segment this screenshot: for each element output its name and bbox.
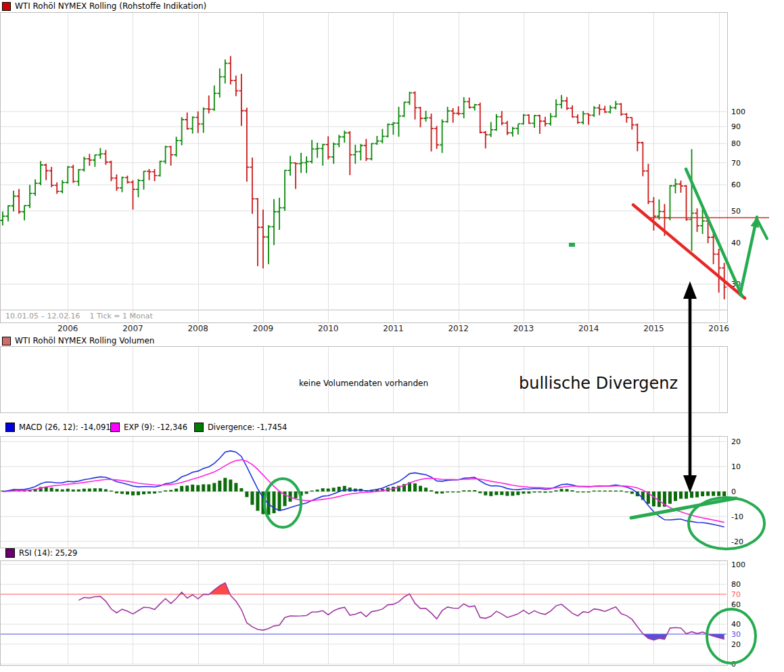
price-tick-label: 50 — [731, 207, 741, 216]
year-label: 2014 — [578, 324, 599, 333]
price-chart-title: WTI Rohöl NYMEX Rolling (Rohstoffe Indik… — [15, 1, 206, 11]
chart-page: 1009080706050403020100-10-20100806040200… — [0, 0, 784, 672]
axis-tick-labels: 1009080706050403020100-10-20100806040200… — [731, 107, 745, 669]
price-chart-header: WTI Rohöl NYMEX Rolling (Rohstoffe Indik… — [2, 1, 206, 11]
year-label: 2007 — [122, 324, 143, 333]
year-label: 2009 — [253, 324, 274, 333]
macd-tick-label: -20 — [731, 537, 743, 546]
rsi-tick-label: 80 — [731, 580, 741, 589]
year-label: 2013 — [513, 324, 534, 333]
rsi-tick-label: 40 — [731, 620, 741, 629]
chart-footer: 10.01.05 – 12.02.16 1 Tick = 1 Monat — [5, 312, 153, 320]
exp-series-swatch — [110, 423, 120, 432]
bullish-divergence-label: bullische Divergenz — [519, 374, 678, 393]
rsi-legend-item: RSI (14): 25,29 — [5, 548, 77, 558]
macd-legend-item: MACD (26, 12): -14,091 — [5, 423, 111, 432]
divergence-legend-item: Divergence: -1,7454 — [194, 423, 287, 432]
macd-tick-label: 10 — [731, 462, 741, 471]
year-labels: 2006200720082009201020112012201320142015… — [57, 324, 729, 333]
year-label: 2015 — [643, 324, 664, 333]
macd-tick-label: 0 — [731, 487, 736, 496]
price-panel — [1, 13, 728, 310]
year-label: 2012 — [448, 324, 469, 333]
divergence-series-swatch — [194, 423, 204, 432]
price-tick-label: 100 — [731, 107, 745, 116]
year-label: 2006 — [57, 324, 78, 333]
year-label: 2016 — [708, 324, 729, 333]
divergence-legend-label: Divergence: -1,7454 — [208, 423, 287, 432]
price-series-swatch — [2, 2, 11, 11]
rsi-tick-label: 100 — [731, 560, 745, 569]
rsi-tick-label: 60 — [731, 600, 741, 609]
volume-series-swatch — [2, 337, 11, 345]
price-tick-label: 40 — [731, 239, 741, 247]
macd-legend-label: MACD (26, 12): -14,091 — [19, 423, 111, 432]
rsi-panel — [1, 561, 728, 666]
rsi-oversold-label: 30 — [731, 630, 741, 639]
rsi-series-swatch — [5, 548, 15, 558]
macd-tick-label: -10 — [731, 512, 743, 521]
macd-tick-label: 20 — [731, 437, 741, 446]
exp-legend-item: EXP (9): -12,346 — [110, 423, 187, 432]
year-label: 2008 — [187, 324, 208, 333]
tick-interval-label: 1 Tick = 1 Monat — [89, 312, 152, 320]
rsi-legend-label: RSI (14): 25,29 — [19, 548, 77, 558]
price-breakout-arrow-green — [740, 217, 759, 295]
volume-chart-header: WTI Rohöl NYMEX Rolling Volumen — [2, 336, 154, 345]
date-range-label: 10.01.05 – 12.02.16 — [5, 312, 80, 320]
price-tick-label: 80 — [731, 139, 741, 148]
price-tick-label: 70 — [731, 159, 741, 168]
volume-chart-title: WTI Rohöl NYMEX Rolling Volumen — [15, 336, 154, 345]
rsi-tick-label: 20 — [731, 640, 741, 649]
rsi-overbought-label: 70 — [731, 590, 741, 599]
price-green-dash-mark — [569, 243, 575, 247]
price-tick-label: 90 — [731, 122, 741, 131]
price-tick-label: 60 — [731, 181, 741, 189]
year-label: 2010 — [318, 324, 339, 333]
exp-legend-label: EXP (9): -12,346 — [124, 423, 187, 432]
price-arrow-barb — [757, 219, 767, 239]
macd-series-swatch — [5, 423, 15, 432]
year-label: 2011 — [383, 324, 404, 333]
